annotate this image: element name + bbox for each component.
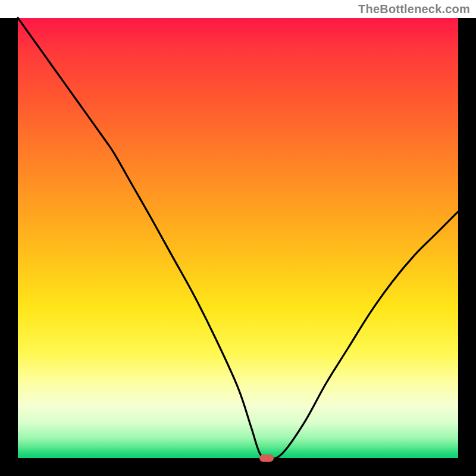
- chart-frame: TheBottleneck.com: [0, 0, 476, 476]
- bottleneck-curve: [18, 18, 458, 458]
- watermark-text: TheBottleneck.com: [358, 2, 470, 16]
- plot-area: [18, 18, 458, 458]
- header-strip: TheBottleneck.com: [0, 0, 476, 18]
- optimal-point-marker: [259, 455, 274, 462]
